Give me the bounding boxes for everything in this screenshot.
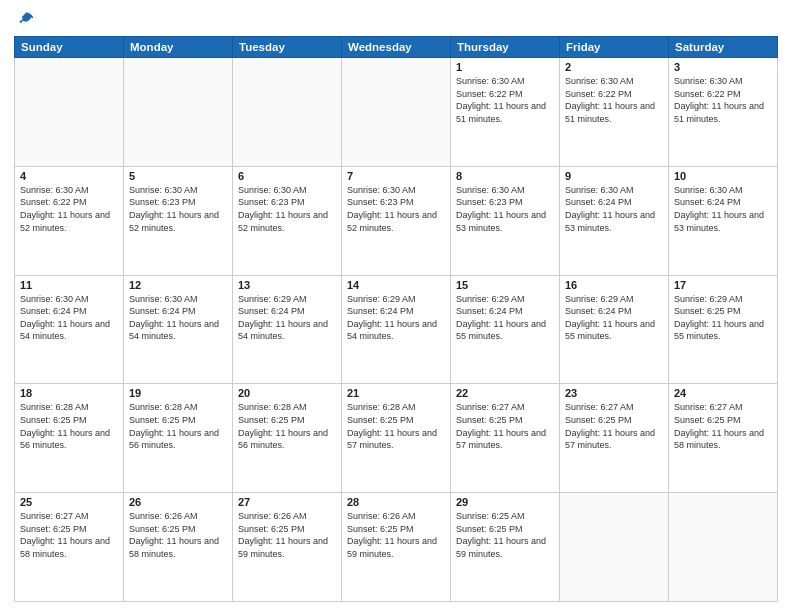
day-number: 9 — [565, 170, 663, 182]
calendar-body: 1Sunrise: 6:30 AMSunset: 6:22 PMDaylight… — [15, 58, 778, 602]
day-info: Sunrise: 6:30 AMSunset: 6:23 PMDaylight:… — [347, 184, 445, 234]
day-number: 24 — [674, 387, 772, 399]
day-info: Sunrise: 6:26 AMSunset: 6:25 PMDaylight:… — [238, 510, 336, 560]
day-number: 16 — [565, 279, 663, 291]
week-row-4: 18Sunrise: 6:28 AMSunset: 6:25 PMDayligh… — [15, 384, 778, 493]
day-number: 12 — [129, 279, 227, 291]
day-info: Sunrise: 6:27 AMSunset: 6:25 PMDaylight:… — [20, 510, 118, 560]
day-info: Sunrise: 6:30 AMSunset: 6:23 PMDaylight:… — [238, 184, 336, 234]
day-number: 8 — [456, 170, 554, 182]
day-number: 17 — [674, 279, 772, 291]
day-cell — [669, 493, 778, 602]
weekday-header-saturday: Saturday — [669, 37, 778, 58]
day-info: Sunrise: 6:30 AMSunset: 6:23 PMDaylight:… — [456, 184, 554, 234]
day-info: Sunrise: 6:29 AMSunset: 6:25 PMDaylight:… — [674, 293, 772, 343]
day-cell: 14Sunrise: 6:29 AMSunset: 6:24 PMDayligh… — [342, 275, 451, 384]
weekday-header-wednesday: Wednesday — [342, 37, 451, 58]
day-cell: 15Sunrise: 6:29 AMSunset: 6:24 PMDayligh… — [451, 275, 560, 384]
day-cell: 7Sunrise: 6:30 AMSunset: 6:23 PMDaylight… — [342, 166, 451, 275]
day-number: 15 — [456, 279, 554, 291]
day-number: 21 — [347, 387, 445, 399]
day-info: Sunrise: 6:29 AMSunset: 6:24 PMDaylight:… — [565, 293, 663, 343]
day-cell: 29Sunrise: 6:25 AMSunset: 6:25 PMDayligh… — [451, 493, 560, 602]
day-info: Sunrise: 6:30 AMSunset: 6:24 PMDaylight:… — [674, 184, 772, 234]
day-info: Sunrise: 6:30 AMSunset: 6:22 PMDaylight:… — [565, 75, 663, 125]
day-number: 5 — [129, 170, 227, 182]
page: SundayMondayTuesdayWednesdayThursdayFrid… — [0, 0, 792, 612]
weekday-header-row: SundayMondayTuesdayWednesdayThursdayFrid… — [15, 37, 778, 58]
day-cell: 25Sunrise: 6:27 AMSunset: 6:25 PMDayligh… — [15, 493, 124, 602]
day-cell: 27Sunrise: 6:26 AMSunset: 6:25 PMDayligh… — [233, 493, 342, 602]
day-info: Sunrise: 6:27 AMSunset: 6:25 PMDaylight:… — [565, 401, 663, 451]
day-number: 22 — [456, 387, 554, 399]
weekday-header-sunday: Sunday — [15, 37, 124, 58]
day-info: Sunrise: 6:26 AMSunset: 6:25 PMDaylight:… — [129, 510, 227, 560]
day-cell: 22Sunrise: 6:27 AMSunset: 6:25 PMDayligh… — [451, 384, 560, 493]
day-info: Sunrise: 6:30 AMSunset: 6:24 PMDaylight:… — [20, 293, 118, 343]
week-row-1: 1Sunrise: 6:30 AMSunset: 6:22 PMDaylight… — [15, 58, 778, 167]
day-info: Sunrise: 6:30 AMSunset: 6:22 PMDaylight:… — [456, 75, 554, 125]
day-number: 6 — [238, 170, 336, 182]
day-cell: 17Sunrise: 6:29 AMSunset: 6:25 PMDayligh… — [669, 275, 778, 384]
day-number: 10 — [674, 170, 772, 182]
day-cell: 4Sunrise: 6:30 AMSunset: 6:22 PMDaylight… — [15, 166, 124, 275]
day-info: Sunrise: 6:29 AMSunset: 6:24 PMDaylight:… — [347, 293, 445, 343]
day-cell: 1Sunrise: 6:30 AMSunset: 6:22 PMDaylight… — [451, 58, 560, 167]
day-cell — [233, 58, 342, 167]
week-row-5: 25Sunrise: 6:27 AMSunset: 6:25 PMDayligh… — [15, 493, 778, 602]
day-number: 4 — [20, 170, 118, 182]
day-number: 28 — [347, 496, 445, 508]
weekday-header-thursday: Thursday — [451, 37, 560, 58]
day-number: 7 — [347, 170, 445, 182]
day-cell — [342, 58, 451, 167]
day-cell: 9Sunrise: 6:30 AMSunset: 6:24 PMDaylight… — [560, 166, 669, 275]
day-number: 14 — [347, 279, 445, 291]
day-number: 27 — [238, 496, 336, 508]
day-cell: 3Sunrise: 6:30 AMSunset: 6:22 PMDaylight… — [669, 58, 778, 167]
day-info: Sunrise: 6:30 AMSunset: 6:23 PMDaylight:… — [129, 184, 227, 234]
weekday-header-tuesday: Tuesday — [233, 37, 342, 58]
day-number: 23 — [565, 387, 663, 399]
day-cell: 23Sunrise: 6:27 AMSunset: 6:25 PMDayligh… — [560, 384, 669, 493]
day-number: 3 — [674, 61, 772, 73]
day-info: Sunrise: 6:28 AMSunset: 6:25 PMDaylight:… — [238, 401, 336, 451]
day-info: Sunrise: 6:27 AMSunset: 6:25 PMDaylight:… — [674, 401, 772, 451]
day-info: Sunrise: 6:30 AMSunset: 6:24 PMDaylight:… — [565, 184, 663, 234]
day-info: Sunrise: 6:29 AMSunset: 6:24 PMDaylight:… — [238, 293, 336, 343]
day-cell: 28Sunrise: 6:26 AMSunset: 6:25 PMDayligh… — [342, 493, 451, 602]
day-cell — [15, 58, 124, 167]
day-number: 18 — [20, 387, 118, 399]
day-number: 26 — [129, 496, 227, 508]
day-cell — [560, 493, 669, 602]
day-number: 29 — [456, 496, 554, 508]
day-cell: 18Sunrise: 6:28 AMSunset: 6:25 PMDayligh… — [15, 384, 124, 493]
day-number: 20 — [238, 387, 336, 399]
day-number: 1 — [456, 61, 554, 73]
day-cell: 24Sunrise: 6:27 AMSunset: 6:25 PMDayligh… — [669, 384, 778, 493]
day-info: Sunrise: 6:28 AMSunset: 6:25 PMDaylight:… — [347, 401, 445, 451]
day-cell: 20Sunrise: 6:28 AMSunset: 6:25 PMDayligh… — [233, 384, 342, 493]
day-info: Sunrise: 6:30 AMSunset: 6:24 PMDaylight:… — [129, 293, 227, 343]
day-number: 2 — [565, 61, 663, 73]
day-info: Sunrise: 6:30 AMSunset: 6:22 PMDaylight:… — [20, 184, 118, 234]
weekday-header-friday: Friday — [560, 37, 669, 58]
week-row-2: 4Sunrise: 6:30 AMSunset: 6:22 PMDaylight… — [15, 166, 778, 275]
day-info: Sunrise: 6:28 AMSunset: 6:25 PMDaylight:… — [20, 401, 118, 451]
day-cell: 11Sunrise: 6:30 AMSunset: 6:24 PMDayligh… — [15, 275, 124, 384]
day-number: 25 — [20, 496, 118, 508]
day-info: Sunrise: 6:27 AMSunset: 6:25 PMDaylight:… — [456, 401, 554, 451]
day-cell: 5Sunrise: 6:30 AMSunset: 6:23 PMDaylight… — [124, 166, 233, 275]
day-cell: 12Sunrise: 6:30 AMSunset: 6:24 PMDayligh… — [124, 275, 233, 384]
day-cell: 16Sunrise: 6:29 AMSunset: 6:24 PMDayligh… — [560, 275, 669, 384]
calendar-table: SundayMondayTuesdayWednesdayThursdayFrid… — [14, 36, 778, 602]
day-number: 19 — [129, 387, 227, 399]
day-number: 11 — [20, 279, 118, 291]
day-cell: 13Sunrise: 6:29 AMSunset: 6:24 PMDayligh… — [233, 275, 342, 384]
header — [14, 10, 778, 30]
day-info: Sunrise: 6:29 AMSunset: 6:24 PMDaylight:… — [456, 293, 554, 343]
day-cell: 6Sunrise: 6:30 AMSunset: 6:23 PMDaylight… — [233, 166, 342, 275]
day-cell: 2Sunrise: 6:30 AMSunset: 6:22 PMDaylight… — [560, 58, 669, 167]
week-row-3: 11Sunrise: 6:30 AMSunset: 6:24 PMDayligh… — [15, 275, 778, 384]
day-info: Sunrise: 6:25 AMSunset: 6:25 PMDaylight:… — [456, 510, 554, 560]
weekday-header-monday: Monday — [124, 37, 233, 58]
